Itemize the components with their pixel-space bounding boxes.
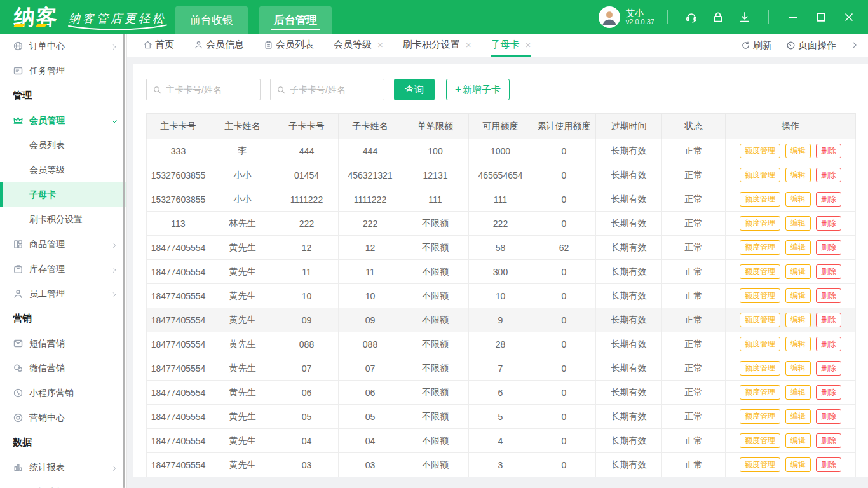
edit-button[interactable]: 编辑 [785,288,811,303]
delete-button[interactable]: 删除 [816,337,841,351]
edit-button[interactable]: 编辑 [785,409,811,424]
refresh-button[interactable]: 刷新 [741,39,772,51]
quota-manage-button[interactable]: 额度管理 [740,313,780,327]
edit-button[interactable]: 编辑 [785,337,811,351]
tab-首页[interactable]: 首页 [143,34,174,57]
quota-manage-button[interactable]: 额度管理 [740,409,780,424]
quota-manage-button[interactable]: 额度管理 [740,458,780,472]
edit-button[interactable]: 编辑 [785,192,811,207]
delete-button[interactable]: 删除 [816,409,841,424]
edit-button[interactable]: 编辑 [785,361,811,376]
delete-button[interactable]: 删除 [816,458,841,472]
sidebar-item[interactable]: 刷卡积分设置 [0,207,126,232]
tab-会员列表[interactable]: 会员列表 [264,34,314,57]
close-tab-icon[interactable]: × [377,40,383,50]
sidebar-item[interactable]: 统计报表 [0,455,126,480]
table-cell: 正常 [662,429,726,453]
table-cell: 正常 [662,453,726,477]
quota-manage-button[interactable]: 额度管理 [740,361,780,376]
header-nav-backoffice[interactable]: 后台管理 [259,6,332,34]
delete-button[interactable]: 删除 [816,216,841,231]
delete-button[interactable]: 删除 [816,240,841,255]
table-row: 15327603855小小111122211112221111110长期有效正常… [147,187,856,212]
sidebar-scrollbar-thumb[interactable] [123,34,125,488]
edit-button[interactable]: 编辑 [785,264,811,279]
quota-manage-button[interactable]: 额度管理 [740,168,780,182]
sidebar-item[interactable]: 子母卡 [0,182,126,207]
chevron-right-icon[interactable] [850,41,859,50]
quota-manage-button[interactable]: 额度管理 [740,216,780,231]
tab-刷卡积分设置[interactable]: 刷卡积分设置× [403,34,471,57]
quota-manage-button[interactable]: 额度管理 [740,144,780,158]
add-subcard-button[interactable]: + 新增子卡 [446,79,510,100]
support-headset-icon[interactable] [685,11,698,24]
lock-icon[interactable] [712,11,724,24]
edit-button[interactable]: 编辑 [785,433,811,448]
sub-card-search[interactable] [270,79,384,100]
delete-button[interactable]: 删除 [816,168,841,182]
quota-manage-button[interactable]: 额度管理 [740,288,780,303]
query-button[interactable]: 查询 [394,79,435,100]
table-cell: 黄先生 [210,236,275,260]
edit-button[interactable]: 编辑 [785,144,811,158]
sidebar-item[interactable]: 订单中心 [0,34,126,58]
delete-button[interactable]: 删除 [816,385,841,400]
quota-manage-button[interactable]: 额度管理 [740,385,780,400]
header-nav-cashier[interactable]: 前台收银 [175,6,248,34]
download-icon[interactable] [738,11,751,24]
table-cell: 088 [275,332,339,356]
crown-icon [13,115,24,126]
quota-manage-button[interactable]: 额度管理 [740,433,780,448]
edit-button[interactable]: 编辑 [785,216,811,231]
row-actions: 额度管理编辑删除 [726,284,856,308]
sidebar-item[interactable]: 数据分析 [0,480,126,488]
user-info[interactable]: 艾小 v2.0.0.37 [599,6,654,28]
sidebar-item[interactable]: 会员等级 [0,158,126,182]
close-tab-icon[interactable]: × [526,40,531,50]
delete-button[interactable]: 删除 [816,192,841,207]
sidebar-item[interactable]: 小程序营销 [0,381,126,405]
sidebar-item[interactable]: 员工管理 [0,281,126,306]
table-cell: 正常 [662,260,726,284]
quota-manage-button[interactable]: 额度管理 [740,264,780,279]
close-button[interactable] [843,11,855,24]
main-card-search[interactable] [146,79,261,100]
edit-button[interactable]: 编辑 [785,240,811,255]
tab-子母卡[interactable]: 子母卡× [491,34,531,57]
quota-manage-button[interactable]: 额度管理 [740,240,780,255]
sidebar-item[interactable]: 短信营销 [0,331,126,356]
table-cell: 09 [275,308,339,332]
tab-会员等级[interactable]: 会员等级× [334,34,383,57]
plus-icon: + [455,83,461,96]
edit-button[interactable]: 编辑 [785,313,811,327]
close-tab-icon[interactable]: × [466,40,471,50]
sub-card-search-input[interactable] [290,85,384,95]
maximize-button[interactable] [815,11,827,24]
minimize-button[interactable] [787,11,799,24]
table-cell: 11 [275,260,339,284]
edit-button[interactable]: 编辑 [785,385,811,400]
sidebar-item[interactable]: 商品管理 [0,232,126,257]
edit-button[interactable]: 编辑 [785,168,811,182]
table-row: 18477405554黄先生0909不限额90长期有效正常额度管理编辑删除 [147,308,856,332]
sidebar-item[interactable]: 库存管理 [0,257,126,281]
sidebar-item[interactable]: 微信营销 [0,356,126,381]
delete-button[interactable]: 删除 [816,433,841,448]
delete-button[interactable]: 删除 [816,144,841,158]
tab-会员信息[interactable]: 会员信息 [194,34,244,57]
quota-manage-button[interactable]: 额度管理 [740,192,780,207]
delete-button[interactable]: 删除 [816,288,841,303]
avatar [599,6,620,28]
main-card-search-input[interactable] [166,85,260,95]
sidebar-item[interactable]: 任务管理 [0,58,126,83]
sidebar-item[interactable]: 营销中心 [0,405,126,430]
delete-button[interactable]: 删除 [816,264,841,279]
quota-manage-button[interactable]: 额度管理 [740,337,780,351]
delete-button[interactable]: 删除 [816,361,841,376]
delete-button[interactable]: 删除 [816,313,841,327]
edit-button[interactable]: 编辑 [785,458,811,472]
search-toolbar: 查询 + 新增子卡 [146,79,510,100]
sidebar-item[interactable]: 会员管理 [0,108,126,133]
sidebar-item[interactable]: 会员列表 [0,133,126,158]
page-operations-button[interactable]: 页面操作 [786,39,836,51]
